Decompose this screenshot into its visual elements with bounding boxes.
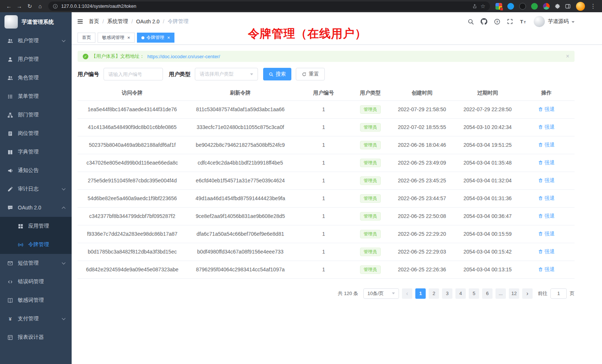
create-time-cell: 2022-06-25 23:44:57 [387,189,457,207]
refresh-token-cell: 9ce8ef2aa9f14056b831ae9b608e28d5 [187,207,294,225]
sidebar-item-敏感词管理[interactable]: 敏感词管理 [0,291,72,310]
prev-page-button[interactable]: ‹ [402,288,412,299]
sidebar-item-部门管理[interactable]: 部门管理 [0,106,72,124]
sidebar-item-字典管理[interactable]: 字典管理 [0,143,72,161]
close-icon[interactable]: × [566,53,569,60]
app-logo[interactable]: 芋道管理系统 [0,12,72,32]
extension-icon-3[interactable] [519,3,526,10]
action-label: 强退 [544,266,554,273]
close-icon[interactable]: × [167,35,170,40]
create-time-cell: 2022-06-26 18:04:46 [387,136,457,154]
sidebar-item-租户管理[interactable]: 租户管理 [0,32,72,50]
extension-icon-2[interactable] [507,3,514,10]
force-logout-button[interactable]: 强退 [538,124,554,130]
page-button-3[interactable]: 3 [442,288,452,299]
doc-link[interactable]: https://doc.iocoder.cn/user-center/ [147,54,220,59]
force-logout-button[interactable]: 强退 [538,248,554,255]
share-icon[interactable] [472,4,477,9]
page-button-5[interactable]: 5 [469,288,479,299]
expire-time-cell: 2054-03-04 01:31:36 [457,189,518,207]
forward-icon[interactable]: → [14,1,24,11]
page-button-4[interactable]: 4 [455,288,466,299]
site-info-icon[interactable] [53,4,58,9]
sidebar-item-通知公告[interactable]: 通知公告 [0,161,72,180]
goto-page-input[interactable] [550,288,567,299]
home-icon[interactable]: ⌂ [35,1,45,11]
access-token-cell: 1ea5e44f8bc1467aaede43144f31de76 [78,100,187,118]
user-id-input[interactable] [104,68,163,80]
force-logout-button[interactable]: 强退 [538,195,554,202]
extension-icon-5[interactable] [543,3,550,10]
extensions-puzzle-icon[interactable] [552,1,563,11]
sidebar-item-OAuth 2.0[interactable]: OAuth 2.0 [0,198,72,217]
page-button-12[interactable]: 12 [509,288,519,299]
extension-icon-4[interactable] [531,3,538,10]
sidebar-item-应用管理[interactable]: 应用管理 [0,217,72,235]
user-type-cell: 管理员 [353,154,387,172]
help-icon[interactable]: ? [494,19,500,25]
table-row: 502375b8040a469a9b82188afdf6af1fbe90422b… [78,136,575,154]
sidebar-item-令牌管理[interactable]: 令牌管理 [0,235,72,254]
sidebar-item-角色管理[interactable]: 角色管理 [0,69,72,87]
extension-icon-1[interactable] [495,3,502,10]
url-bar[interactable]: 127.0.0.1:1024/system/oauth2/token ☆ [48,1,490,11]
search-button[interactable]: 搜索 [263,68,291,80]
access-token-cell: c347026e805e4d99b0d116eae66eda8c [78,154,187,172]
logo-image [4,15,18,29]
browser-profile-avatar[interactable] [576,2,585,11]
search-icon [269,72,274,77]
create-time-cell: 2022-06-25 22:50:08 [387,207,457,225]
sidebar-item-错误码管理[interactable]: 错误码管理 [0,272,72,291]
force-logout-button[interactable]: 强退 [538,231,554,237]
breadcrumb-separator: / [163,19,164,24]
sidebar-item-用户管理[interactable]: 用户管理 [0,50,72,69]
page-button-6[interactable]: 6 [482,288,493,299]
force-logout-button[interactable]: 强退 [538,177,554,184]
page-size-select[interactable]: 10条/页 [363,288,399,299]
browser-menu-icon[interactable]: ⋮ [588,3,598,10]
tab-敏感词管理[interactable]: 敏感词管理× [98,33,135,43]
force-logout-button[interactable]: 强退 [538,159,554,166]
page-button-1[interactable]: 1 [415,288,426,299]
force-logout-button[interactable]: 强退 [538,142,554,148]
action-cell: 强退 [518,243,575,261]
sidebar-item-岗位管理[interactable]: 岗位管理 [0,124,72,143]
back-icon[interactable]: ← [4,1,14,11]
force-logout-button[interactable]: 强退 [538,266,554,273]
sidebar-item-短信管理[interactable]: 短信管理 [0,254,72,272]
sidebar-item-菜单管理[interactable]: 菜单管理 [0,87,72,106]
side-panel-icon[interactable] [563,1,573,11]
fullscreen-icon[interactable] [507,19,513,24]
breadcrumb-item[interactable]: 系统管理 [107,18,128,25]
fontsize-icon[interactable]: TT [520,18,526,25]
user-type-select[interactable]: 请选择用户类型 [195,68,258,80]
table-row: 6d842e2924594de9a09e45e087323abe8796295f… [78,261,575,278]
tab-令牌管理[interactable]: 令牌管理× [137,33,175,43]
refresh-token-cell: cdfc4ce9c2da4bb1bdf21b9918ff4be5 [187,154,294,172]
sidebar-item-支付管理[interactable]: ¥支付管理 [0,310,72,328]
close-icon[interactable]: × [127,35,130,40]
reset-button[interactable]: 重置 [296,68,325,80]
search-icon[interactable] [468,19,474,25]
more-pages-button[interactable]: ... [495,288,506,299]
reload-icon[interactable]: ↻ [24,1,35,11]
hamburger-icon[interactable] [77,18,84,25]
svg-text:¥: ¥ [9,316,12,322]
app-title: 芋道管理系统 [22,19,54,26]
bookmark-star-icon[interactable]: ☆ [481,3,485,10]
action-cell: 强退 [518,189,575,207]
sidebar-menu: 租户管理用户管理角色管理菜单管理部门管理岗位管理字典管理通知公告审计日志OAut… [0,32,72,347]
page-button-2[interactable]: 2 [429,288,439,299]
sidebar-item-审计日志[interactable]: 审计日志 [0,180,72,198]
next-page-button[interactable]: › [522,288,533,299]
breadcrumb-item[interactable]: OAuth 2.0 [136,19,160,24]
force-logout-button[interactable]: 强退 [538,106,554,113]
github-icon[interactable] [481,18,487,25]
tab-首页[interactable]: 首页 [78,33,95,43]
force-logout-button[interactable]: 强退 [538,213,554,219]
sensitive-icon [7,298,13,303]
sidebar-item-报表设计器[interactable]: 报表设计器 [0,328,72,347]
sidebar-item-label: 错误码管理 [18,278,44,285]
breadcrumb-item[interactable]: 首页 [89,18,99,25]
user-menu[interactable]: 芋道源码 [534,16,575,27]
